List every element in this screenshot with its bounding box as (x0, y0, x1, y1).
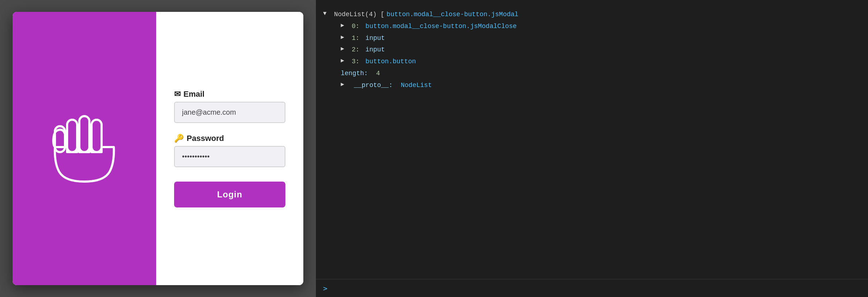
devtools-panel: ▼ NodeList(4) [button.modal__close-butto… (316, 0, 868, 297)
expand-arrow-item3[interactable]: ▶ (341, 56, 344, 66)
password-input[interactable] (174, 146, 285, 167)
expand-arrow-item1[interactable]: ▶ (341, 33, 344, 42)
console-input[interactable] (331, 284, 861, 292)
expand-arrow-nodelist[interactable]: ▼ (323, 9, 327, 19)
svg-rect-0 (92, 120, 102, 152)
console-caret: > (323, 284, 327, 293)
console-output: ▼ NodeList(4) [button.modal__close-butto… (316, 0, 868, 279)
email-icon: ✉ (174, 90, 181, 99)
console-line-item2: ▶ 2: input (316, 44, 868, 56)
email-form-group: ✉ Email (174, 90, 285, 123)
login-button[interactable]: Login (174, 182, 285, 207)
console-line-proto: ▶ __proto__: NodeList (316, 79, 868, 91)
expand-arrow-proto[interactable]: ▶ (341, 80, 344, 90)
password-label: 🔑 Password (174, 134, 285, 143)
modal-left-panel (13, 12, 156, 285)
key-icon: 🔑 (174, 134, 184, 143)
email-label: ✉ Email (174, 90, 285, 99)
svg-rect-2 (67, 120, 77, 152)
svg-rect-1 (79, 116, 89, 152)
console-line-nodelist: ▼ NodeList(4) [button.modal__close-butto… (316, 4, 868, 20)
modal-overlay: ✉ Email 🔑 Password Login (0, 0, 316, 297)
expand-arrow-item2[interactable]: ▶ (341, 45, 344, 54)
hand-icon (52, 113, 117, 184)
console-line-item0: ▶ 0: button.modal__close-button.jsModalC… (316, 20, 868, 32)
password-form-group: 🔑 Password (174, 134, 285, 167)
modal-dialog: ✉ Email 🔑 Password Login (13, 12, 303, 285)
console-prompt-area: > (316, 279, 868, 297)
modal-form-panel: ✉ Email 🔑 Password Login (156, 12, 303, 285)
expand-arrow-item0[interactable]: ▶ (341, 21, 344, 31)
console-line-item1: ▶ 1: input (316, 32, 868, 44)
email-input[interactable] (174, 102, 285, 123)
console-line-length: length: 4 (316, 68, 868, 79)
console-line-item3: ▶ 3: button.button (316, 56, 868, 68)
